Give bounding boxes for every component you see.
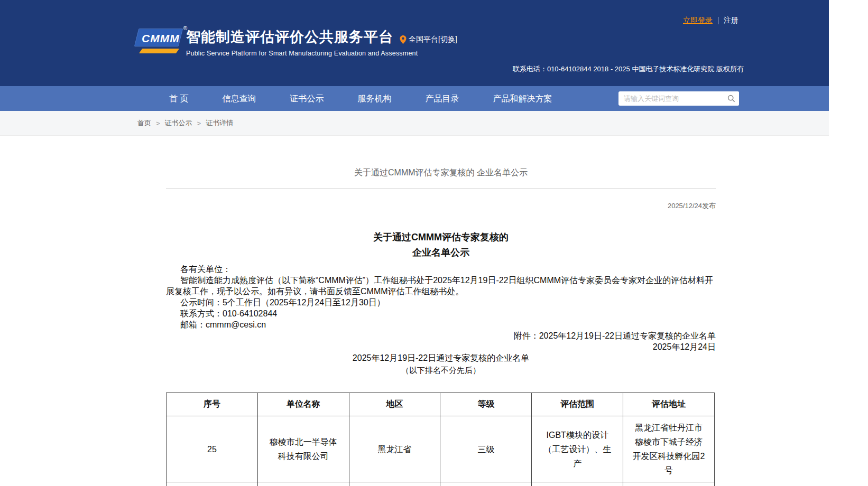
table-header-row: 序号 单位名称 地区 等级 评估范围 评估地址	[167, 393, 715, 416]
notice-time: 公示时间：5个工作日（2025年12月24日至12月30日）	[166, 297, 716, 308]
contact-phone: 联系方式：010-64102844	[166, 308, 716, 319]
attachment-date: 2025年12月24日	[166, 341, 716, 352]
logo-swoosh-shape	[139, 49, 179, 53]
cell-region: 黑龙江省	[349, 416, 440, 482]
breadcrumb-certificate[interactable]: 证书公示	[165, 118, 192, 128]
table-header-name: 单位名称	[257, 393, 349, 416]
cell-empty	[532, 482, 623, 486]
breadcrumb: 首页 > 证书公示 > 证书详情	[137, 118, 233, 128]
cell-scope: IGBT模块的设计（工艺设计）、生产	[532, 416, 623, 482]
search-input[interactable]	[618, 95, 723, 102]
cell-empty	[440, 482, 532, 486]
platform-label: 全国平台[切换]	[409, 35, 457, 44]
document-title-line2: 企业名单公示	[166, 245, 716, 260]
auth-divider	[718, 17, 718, 24]
table-row-partial	[167, 482, 715, 486]
article-content: 关于通过CMMM评估专家复核的 企业名单公示 2025/12/24发布 关于通过…	[166, 136, 716, 486]
site-header: 立即登录 注册 CMMM ® 智能制造评估评价公共服务平台 全国平台[切换] P…	[0, 0, 829, 86]
enterprise-table: 序号 单位名称 地区 等级 评估范围 评估地址 25 穆棱市北一半导体科技有限公…	[166, 392, 715, 486]
cell-seq: 25	[167, 416, 258, 482]
title-divider	[166, 188, 716, 189]
table-row: 25 穆棱市北一半导体科技有限公司 黑龙江省 三级 IGBT模块的设计（工艺设计…	[167, 416, 715, 482]
main-nav: 首 页 信息查询 证书公示 服务机构 产品目录 产品和解决方案	[0, 86, 829, 111]
cell-name: 穆棱市北一半导体科技有限公司	[257, 416, 349, 482]
article-body: 各有关单位： 智能制造能力成熟度评估（以下简称“CMMM评估”）工作组秘书处于2…	[166, 264, 716, 330]
table-header-seq: 序号	[167, 393, 258, 416]
contact-email: 邮箱：cmmm@cesi.cn	[166, 319, 716, 330]
document-title-line1: 关于通过CMMM评估专家复核的	[166, 230, 716, 245]
breadcrumb-separator: >	[197, 119, 201, 127]
body-paragraph: 智能制造能力成熟度评估（以下简称“CMMM评估”）工作组秘书处于2025年12月…	[166, 275, 716, 297]
publish-date: 2025/12/24发布	[166, 201, 716, 211]
login-link[interactable]: 立即登录	[683, 16, 713, 25]
site-subtitle: Public Service Platform for Smart Manufa…	[186, 50, 418, 57]
logo-text: CMMM	[142, 32, 180, 45]
nav-item-home[interactable]: 首 页	[152, 86, 205, 111]
header-contact-line: 联系电话：010-64102844 2018 - 2025 中国电子技术标准化研…	[513, 64, 744, 74]
table-header-scope: 评估范围	[532, 393, 623, 416]
table-header-region: 地区	[349, 393, 440, 416]
document-title: 关于通过CMMM评估专家复核的 企业名单公示	[166, 230, 716, 260]
page-title: 关于通过CMMM评估专家复核的 企业名单公示	[166, 136, 716, 179]
register-link[interactable]: 注册	[724, 16, 738, 25]
salutation: 各有关单位：	[166, 264, 716, 275]
cmmm-logo[interactable]: CMMM ®	[135, 26, 185, 55]
search-icon	[727, 95, 735, 102]
nav-item-certificate[interactable]: 证书公示	[273, 86, 340, 111]
nav-item-product-catalog[interactable]: 产品目录	[408, 86, 476, 111]
nav-item-products-solutions[interactable]: 产品和解决方案	[476, 86, 569, 111]
location-pin-icon	[400, 35, 407, 44]
cell-empty	[257, 482, 349, 486]
nav-items: 首 页 信息查询 证书公示 服务机构 产品目录 产品和解决方案	[152, 86, 569, 111]
attachment-line: 附件：2025年12月19日-22日通过专家复核的企业名单	[166, 330, 716, 341]
table-header-address: 评估地址	[623, 393, 715, 416]
cell-empty	[623, 482, 715, 486]
cell-level: 三级	[440, 416, 532, 482]
table-header-level: 等级	[440, 393, 532, 416]
page: 立即登录 注册 CMMM ® 智能制造评估评价公共服务平台 全国平台[切换] P…	[0, 0, 829, 486]
cell-empty	[167, 482, 258, 486]
nav-item-info-query[interactable]: 信息查询	[205, 86, 273, 111]
nav-item-service-org[interactable]: 服务机构	[340, 86, 408, 111]
platform-switcher[interactable]: 全国平台[切换]	[400, 35, 457, 44]
auth-links: 立即登录 注册	[683, 16, 738, 25]
search-button[interactable]	[723, 91, 739, 106]
list-title: 2025年12月19日-22日通过专家复核的企业名单	[166, 352, 716, 364]
search-box	[618, 91, 739, 106]
breadcrumb-home[interactable]: 首页	[137, 118, 151, 128]
list-subtitle: （以下排名不分先后）	[166, 364, 716, 377]
cell-address: 黑龙江省牡丹江市穆棱市下城子经济开发区科技孵化园2号	[623, 416, 715, 482]
breadcrumb-current: 证书详情	[206, 118, 233, 128]
cell-empty	[349, 482, 440, 486]
breadcrumb-separator: >	[156, 119, 160, 127]
breadcrumb-bar: 首页 > 证书公示 > 证书详情	[0, 111, 829, 136]
site-title: 智能制造评估评价公共服务平台	[186, 27, 393, 46]
